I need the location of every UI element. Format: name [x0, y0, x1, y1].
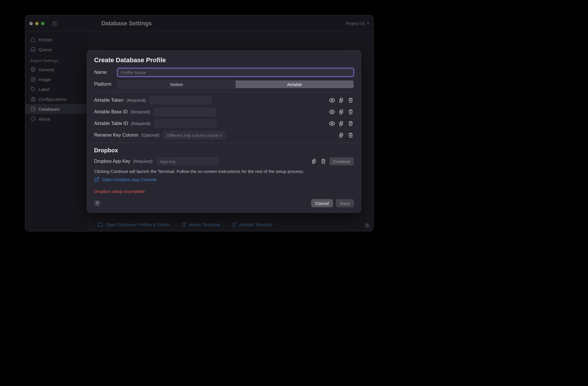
dropbox-hint: Clicking Continue will launch the Termin… [94, 169, 354, 174]
clipboard-icon[interactable] [338, 97, 345, 103]
clipboard-icon[interactable] [338, 109, 345, 115]
field-optional: (Optional): [141, 133, 160, 137]
trash-icon[interactable] [347, 132, 354, 138]
trash-icon[interactable] [347, 109, 354, 115]
field-label: Rename Key Column [94, 133, 138, 138]
svg-line-24 [96, 177, 99, 180]
platform-row: Platform Notion Airtable [94, 80, 354, 88]
airtable-base-row: Airtable Base ID (Required): [94, 108, 354, 116]
platform-option-notion[interactable]: Notion [118, 81, 236, 88]
platform-option-airtable[interactable]: Airtable [236, 81, 354, 88]
clipboard-icon[interactable] [338, 132, 345, 138]
clipboard-icon[interactable] [338, 120, 345, 127]
dropbox-error: Dropbox setup incomplete [94, 189, 354, 194]
airtable-table-input[interactable] [154, 119, 216, 128]
field-required: (Required): [131, 110, 151, 114]
field-required: (Required): [126, 98, 147, 103]
eye-icon[interactable] [329, 120, 335, 127]
svg-point-11 [331, 100, 333, 101]
airtable-token-row: Airtable Token (Required): [94, 96, 354, 104]
field-label: Airtable Base ID [94, 109, 128, 115]
create-profile-modal: Create Database Profile Name: Platform N… [87, 50, 361, 213]
name-label: Name: [94, 70, 114, 75]
trash-icon[interactable] [320, 158, 327, 165]
trash-icon[interactable] [347, 97, 354, 103]
platform-label: Platform [94, 82, 114, 87]
rename-key-input[interactable] [163, 131, 225, 139]
modal-footer: ? Cancel Save [94, 199, 354, 207]
app-window: Database Settings Project 01 ▲▼ Extract … [25, 15, 374, 231]
dropbox-appkey-input[interactable] [157, 157, 219, 165]
field-label: Airtable Table ID [94, 121, 128, 126]
modal-title: Create Database Profile [94, 56, 354, 64]
cancel-button[interactable]: Cancel [311, 199, 333, 207]
field-label: Airtable Token [94, 98, 123, 103]
airtable-table-row: Airtable Table ID (Required): [94, 119, 354, 128]
dropbox-heading: Dropbox [94, 147, 354, 154]
field-required: (Required): [133, 159, 154, 164]
save-button[interactable]: Save [336, 199, 354, 207]
platform-segmented: Notion Airtable [117, 80, 354, 88]
profile-name-input[interactable] [117, 68, 354, 77]
divider [94, 92, 354, 92]
airtable-token-input[interactable] [150, 96, 212, 104]
svg-point-17 [331, 123, 333, 124]
help-button[interactable]: ? [94, 200, 101, 206]
eye-icon[interactable] [329, 109, 335, 115]
eye-icon[interactable] [329, 97, 335, 103]
field-required: (Required): [131, 121, 151, 126]
open-dropbox-console-link[interactable]: Open Dropbox App Console [94, 177, 354, 182]
airtable-base-input[interactable] [154, 108, 216, 116]
svg-point-14 [331, 111, 333, 113]
continue-button[interactable]: Continue [329, 157, 354, 165]
name-row: Name: [94, 68, 354, 77]
clipboard-icon[interactable] [311, 158, 317, 165]
field-label: Dropbox App Key [94, 159, 130, 164]
external-link-icon [94, 177, 99, 182]
trash-icon[interactable] [347, 120, 354, 127]
footer-buttons: Cancel Save [311, 199, 354, 207]
divider [94, 143, 354, 143]
rename-key-row: Rename Key Column (Optional): [94, 131, 354, 139]
dropbox-appkey-row: Dropbox App Key (Required): Continue [94, 157, 354, 165]
